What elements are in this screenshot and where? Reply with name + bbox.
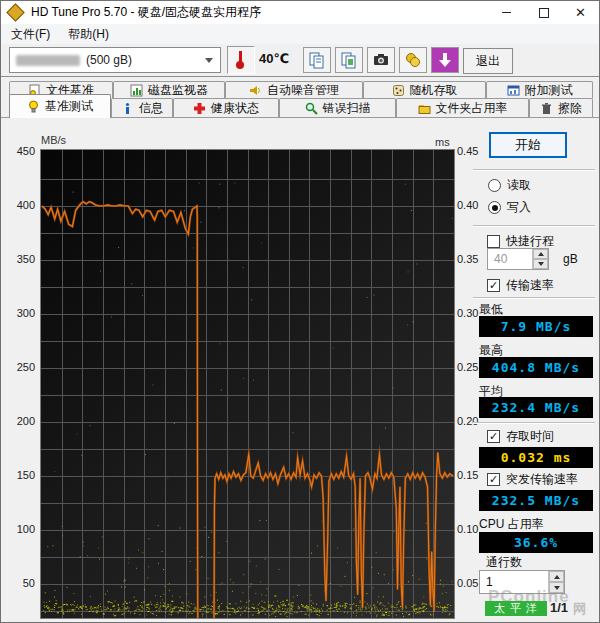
short-stroke-box <box>487 235 500 248</box>
left-tick: 250 <box>5 361 35 373</box>
dice-icon <box>392 84 405 97</box>
menu-file[interactable]: 文件(F) <box>3 24 58 45</box>
arrow-down-icon <box>538 262 544 266</box>
min-value-display: 7.9 MB/s <box>479 316 593 337</box>
arrow-up-icon <box>538 252 544 256</box>
speaker-icon <box>249 84 262 97</box>
exit-label: 退出 <box>476 53 500 70</box>
burst-rate-checkbox[interactable]: 突发传输速率 <box>487 471 578 488</box>
short-stroke-spinner[interactable]: 40 <box>487 248 549 270</box>
tab-strip: 文件基准 磁盘监视器 自动噪音管理 随机存取 附加测试 基准测试 信息 健康 <box>1 77 599 118</box>
left-tick: 450 <box>5 145 35 157</box>
read-radio[interactable]: 读取 <box>488 177 531 194</box>
trash-icon <box>540 102 553 115</box>
health-cross-icon <box>193 102 206 115</box>
donate-button[interactable] <box>399 47 427 73</box>
tab-info[interactable]: 信息 <box>111 98 173 117</box>
minimize-button[interactable] <box>488 1 525 24</box>
right-axis-unit: ms <box>435 136 450 148</box>
temperature-value: 40℃ <box>259 51 289 66</box>
disk-monitor-icon <box>130 84 143 97</box>
screenshot-button[interactable] <box>367 47 395 73</box>
menu-bar: 文件(F) 帮助(H) <box>1 24 599 45</box>
hdtune-window: HD Tune Pro 5.70 - 硬盘/固态硬盘实用程序 ✕ 文件(F) 帮… <box>0 0 600 623</box>
benchmark-chart <box>40 149 455 619</box>
pconline-watermark-suffix: 网 <box>573 600 586 618</box>
tab-disk-monitor[interactable]: 磁盘监视器 <box>113 81 225 98</box>
pconline-badge: 太平洋 <box>485 601 547 616</box>
left-tick: 400 <box>5 199 35 211</box>
minimize-icon <box>502 12 511 13</box>
right-tick: 0.35 <box>457 253 491 265</box>
write-radio-circle <box>488 201 501 214</box>
panel-separator <box>473 297 595 299</box>
drive-select[interactable]: (500 gB) <box>9 47 221 73</box>
tab-health-status[interactable]: 健康状态 <box>173 98 279 117</box>
chevron-down-icon <box>205 58 213 63</box>
menu-help[interactable]: 帮助(H) <box>60 24 117 45</box>
tab-erase[interactable]: 擦除 <box>529 98 593 117</box>
pass-indicator: 1/1 <box>550 600 568 615</box>
benchmark-chart-canvas <box>41 150 454 618</box>
write-radio[interactable]: 写入 <box>488 199 531 216</box>
info-icon <box>121 102 134 115</box>
update-download-button[interactable] <box>431 47 459 73</box>
left-tick: 50 <box>5 577 35 589</box>
cpu-usage-display: 36.6% <box>479 532 593 553</box>
extra-tests-icon <box>507 84 520 97</box>
copy-image-icon <box>340 51 358 69</box>
max-value-display: 404.8 MB/s <box>479 357 593 378</box>
close-button[interactable]: ✕ <box>562 1 599 24</box>
short-stroke-unit: gB <box>563 252 578 266</box>
tab-random-access[interactable]: 随机存取 <box>363 81 486 98</box>
spinner-down-button[interactable] <box>533 259 548 269</box>
tab-folder-usage[interactable]: 文件夹占用率 <box>396 98 529 117</box>
arrow-up-icon <box>554 575 560 579</box>
copy-text-button[interactable] <box>303 47 331 73</box>
left-tick: 300 <box>5 307 35 319</box>
tab-noise-management[interactable]: 自动噪音管理 <box>225 81 363 98</box>
access-time-display: 0.032 ms <box>479 447 593 468</box>
window-title: HD Tune Pro 5.70 - 硬盘/固态硬盘实用程序 <box>31 4 261 21</box>
download-arrow-icon <box>436 51 454 69</box>
burst-rate-display: 232.5 MB/s <box>479 490 593 511</box>
burst-rate-box <box>487 473 500 486</box>
read-radio-circle <box>488 179 501 192</box>
drive-capacity: (500 gB) <box>86 53 132 67</box>
maximize-button[interactable] <box>525 1 562 24</box>
transfer-rate-box <box>487 279 500 292</box>
right-tick: 0.40 <box>457 199 491 211</box>
right-tick: 0.15 <box>457 469 491 481</box>
right-tick: 0.45 <box>457 145 491 157</box>
left-tick: 200 <box>5 415 35 427</box>
panel-separator <box>473 169 595 171</box>
access-time-box <box>487 430 500 443</box>
spinner-up-button[interactable] <box>533 249 548 259</box>
temperature-indicator <box>227 46 255 74</box>
exit-button[interactable]: 退出 <box>463 48 513 74</box>
app-icon <box>6 3 24 21</box>
panel-separator <box>473 225 595 227</box>
cpu-usage-label: CPU 占用率 <box>479 516 544 533</box>
tab-extra-tests[interactable]: 附加测试 <box>486 81 593 98</box>
camera-icon <box>372 51 390 69</box>
spinner-up-button[interactable] <box>549 571 564 582</box>
avg-value-display: 232.4 MB/s <box>479 397 593 418</box>
folder-icon <box>418 102 431 115</box>
coins-icon <box>404 51 422 69</box>
start-button[interactable]: 开始 <box>489 132 567 158</box>
copy-image-button[interactable] <box>335 47 363 73</box>
tab-error-scan[interactable]: 错误扫描 <box>279 98 396 117</box>
benchmark-bulb-icon <box>27 100 40 113</box>
close-icon: ✕ <box>575 6 586 19</box>
transfer-rate-checkbox[interactable]: 传输速率 <box>487 277 554 294</box>
maximize-icon <box>539 8 549 18</box>
drive-name-redacted <box>16 55 80 66</box>
title-bar: HD Tune Pro 5.70 - 硬盘/固态硬盘实用程序 ✕ <box>1 1 599 24</box>
access-time-checkbox[interactable]: 存取时间 <box>487 428 554 445</box>
copy-text-icon <box>308 51 326 69</box>
panel-separator <box>473 422 595 424</box>
toolbar: (500 gB) 40℃ 退出 <box>1 44 599 77</box>
tab-benchmark[interactable]: 基准测试 <box>9 94 111 118</box>
left-axis-unit: MB/s <box>41 134 66 146</box>
